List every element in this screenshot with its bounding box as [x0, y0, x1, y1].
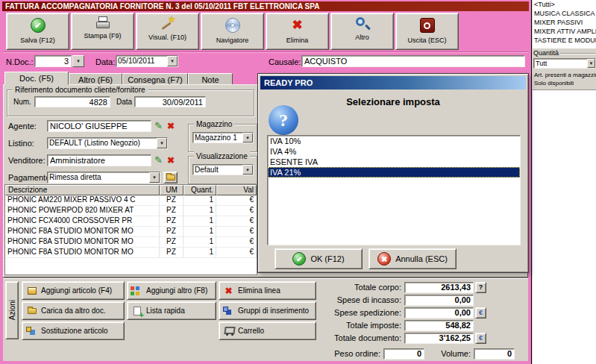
currency-button[interactable]: €: [475, 333, 486, 344]
table-row[interactable]: PHONIC FCX4000 CROSSOVER PRPZ1€: [5, 216, 257, 227]
tab-note[interactable]: Note: [188, 73, 233, 85]
currency-button[interactable]: €: [475, 307, 486, 318]
ref-date-input[interactable]: [134, 96, 206, 107]
add-article-button[interactable]: Aggiungi articolo (F4): [22, 281, 125, 300]
totale-corpo-input[interactable]: [404, 282, 474, 293]
cart-button[interactable]: Carrello: [219, 321, 316, 340]
category-item[interactable]: MIXER ATTIV AMPLIF: [533, 27, 596, 36]
reference-group: Riferimento documento cliente/fornitore …: [7, 90, 254, 116]
totale-imposte-input[interactable]: [404, 320, 474, 331]
view-button[interactable]: ★ Visual. (F10): [136, 13, 199, 50]
magazzino-select[interactable]: Magazzino 1 ▼: [192, 132, 254, 143]
listino-chevron-down-icon[interactable]: ▼: [157, 138, 167, 148]
table-row[interactable]: PHONIC F8A STUDIO MONITOR MOPZ1€: [5, 227, 257, 237]
magazzino-chevron-down-icon[interactable]: ▼: [242, 133, 253, 142]
volume-input[interactable]: [474, 348, 515, 360]
category-item[interactable]: TASTIERE E MODULI: [533, 36, 596, 45]
category-listbox[interactable]: <Tutti> MUSICA CLASSICA MIXER PASSIVI MI…: [533, 0, 596, 48]
column-header-val[interactable]: Val: [216, 185, 257, 195]
cancel-button[interactable]: ✖ Annulla (ESC): [368, 248, 457, 269]
tab-azioni[interactable]: Azioni: [5, 281, 19, 339]
category-item[interactable]: MUSICA CLASSICA: [533, 9, 596, 18]
pagamento-select[interactable]: Rimessa diretta ▼: [47, 172, 160, 183]
peso-volume-row: Peso ordine: Volume:: [322, 348, 515, 360]
table-row[interactable]: PHONIC F8A STUDIO MONITOR MOPZ1€: [5, 248, 257, 258]
table-header-row: Descrizione UM Quant. Val: [5, 185, 257, 195]
quantita-select[interactable]: Tutt ▼: [533, 58, 596, 69]
table-row[interactable]: PHONIC F8A STUDIO MONITOR MOPZ1€: [5, 237, 257, 248]
list-item-iva21-selected[interactable]: IVA 21%: [268, 167, 520, 178]
ndoc-label: N.Doc.:: [6, 56, 34, 68]
table-cell: PZ: [160, 195, 183, 205]
listino-select[interactable]: DEFAULT (Listino Negozio) ▼: [47, 137, 168, 149]
date-chevron-down-icon[interactable]: ▼: [167, 56, 178, 66]
other-button[interactable]: Altro: [330, 13, 394, 50]
magazzino-group: Magazzino Magazzino 1 ▼: [188, 124, 257, 152]
ndoc-chevron-down-icon[interactable]: ▼: [72, 55, 84, 67]
exit-button[interactable]: Uscita (ESC): [395, 13, 459, 50]
delete-x-icon: ✖: [292, 16, 302, 35]
table-row[interactable]: PHONIC POWERPOD 820 MIXER ATPZ1€: [5, 206, 257, 216]
ok-button[interactable]: ✔ OK (F12): [275, 248, 363, 269]
quantita-chevron-down-icon[interactable]: ▼: [587, 59, 595, 68]
imposta-listbox[interactable]: IVA 10% IVA 4% ESENTE IVA IVA 21%: [267, 135, 521, 245]
navigator-button[interactable]: Navigatore: [201, 13, 264, 50]
load-from-doc-button[interactable]: Carica da altro doc.: [22, 301, 125, 320]
help-button[interactable]: ?: [475, 282, 486, 293]
replace-article-button[interactable]: Sostituzione articolo: [22, 321, 125, 340]
venditore-input[interactable]: [47, 154, 151, 166]
column-header-descrizione[interactable]: Descrizione: [5, 185, 160, 195]
window-title: FATTURA ACCOMPAGNATORIA FORNITORE N. 3 d…: [5, 2, 319, 10]
magazzino-group-title: Magazzino: [194, 119, 234, 129]
causale-input[interactable]: [301, 55, 525, 67]
category-item[interactable]: MIXER PASSIVI: [533, 18, 596, 27]
edit-pencil-icon[interactable]: ✎: [154, 154, 163, 166]
add-article-label: Aggiungi articolo (F4): [41, 286, 112, 295]
clear-x-icon[interactable]: ✖: [167, 121, 175, 131]
other-button-label: Altro: [355, 34, 369, 41]
option-art-presenti[interactable]: Art. presenti a magazzin: [534, 72, 596, 79]
quick-list-button[interactable]: + Lista rapida: [127, 301, 216, 320]
totale-documento-input[interactable]: [404, 333, 474, 344]
sidebar-empty-list[interactable]: [533, 90, 596, 364]
print-button[interactable]: Stampa (F9): [71, 13, 134, 50]
visualizzazione-select[interactable]: Default ▼: [192, 164, 254, 175]
add-other-button[interactable]: Aggiungi altro (F8): [127, 281, 216, 300]
ndoc-input[interactable]: [34, 55, 72, 67]
save-button-label: Salva (F12): [20, 37, 55, 44]
dialog-titlebar[interactable]: READY PRO: [260, 76, 526, 90]
reference-group-title: Riferimento documento cliente/fornitore: [13, 85, 148, 95]
table-row[interactable]: PHONIC AM220 MIXER PASSIVO 4 CPZ1€: [5, 195, 257, 206]
question-icon: ?: [269, 105, 298, 135]
payment-folder-button[interactable]: [163, 172, 178, 183]
table-cell: PHONIC F8A STUDIO MONITOR MO: [5, 237, 160, 247]
clear-x-icon[interactable]: ✖: [167, 155, 175, 166]
column-header-quant[interactable]: Quant.: [183, 185, 216, 195]
pagamento-chevron-down-icon[interactable]: ▼: [149, 172, 160, 183]
peso-input[interactable]: [383, 348, 424, 360]
list-item-iva4[interactable]: IVA 4%: [268, 146, 520, 157]
list-item-iva10[interactable]: IVA 10%: [268, 136, 520, 146]
spese-spedizione-input[interactable]: [404, 307, 474, 318]
insert-groups-button[interactable]: Gruppi di inserimento: [219, 301, 316, 320]
tab-altro[interactable]: Altro (F6): [69, 73, 122, 85]
save-button[interactable]: ✔ Salva (F12): [6, 13, 69, 50]
totale-documento-label: Totale documento:: [322, 333, 404, 342]
visualizzazione-chevron-down-icon[interactable]: ▼: [242, 165, 253, 175]
tab-consegna[interactable]: Consegna (F7): [122, 73, 188, 85]
items-table[interactable]: Descrizione UM Quant. Val PHONIC AM220 M…: [4, 184, 257, 275]
option-solo-disponibili[interactable]: Solo disponibili: [534, 80, 574, 87]
delete-button[interactable]: ✖ Elimina: [266, 13, 329, 50]
column-header-um[interactable]: UM: [160, 185, 183, 195]
spese-incasso-input[interactable]: [404, 295, 474, 306]
category-item[interactable]: <Tutti>: [533, 0, 596, 9]
tab-doc[interactable]: Doc. (F5): [4, 72, 69, 85]
edit-pencil-icon[interactable]: ✎: [154, 120, 163, 132]
list-item-esente[interactable]: ESENTE IVA: [268, 157, 520, 167]
ref-num-input[interactable]: [34, 96, 110, 107]
date-select[interactable]: 05/10/2011 ▼: [116, 55, 178, 67]
window-titlebar[interactable]: FATTURA ACCOMPAGNATORIA FORNITORE N. 3 d…: [2, 1, 529, 11]
agente-input[interactable]: [47, 120, 151, 132]
cancel-button-label: Annulla (ESC): [395, 254, 448, 263]
delete-line-button[interactable]: ✖ Elimina linea: [219, 281, 316, 300]
